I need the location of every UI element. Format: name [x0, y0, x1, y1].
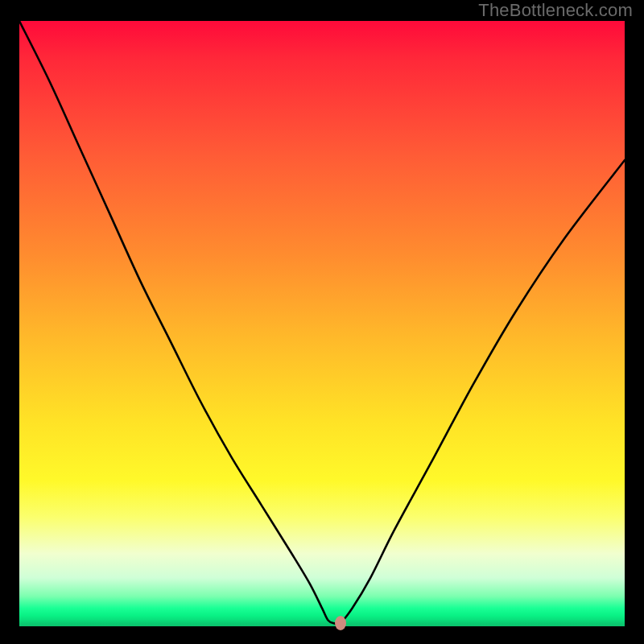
watermark-text: TheBottleneck.com — [478, 0, 633, 21]
bottleneck-curve — [19, 21, 625, 626]
plot-area — [19, 21, 625, 626]
chart-frame: TheBottleneck.com — [0, 0, 644, 644]
optimum-marker — [335, 616, 346, 630]
